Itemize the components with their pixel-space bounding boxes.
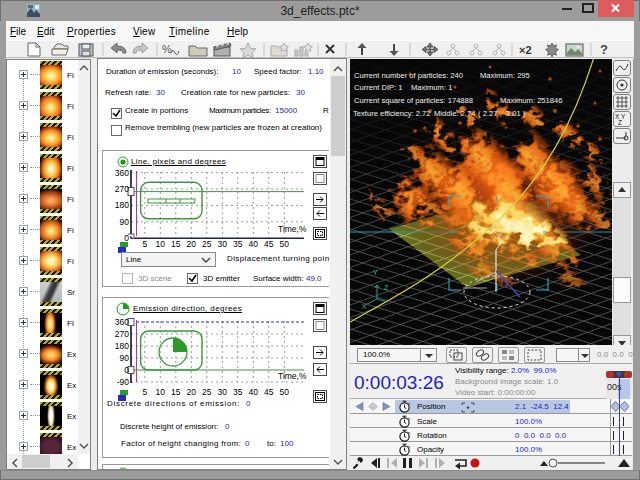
svg-text:25: 25 bbox=[202, 387, 212, 397]
svg-text:90: 90 bbox=[120, 217, 130, 227]
svg-text:30: 30 bbox=[218, 239, 228, 249]
svg-text:45: 45 bbox=[264, 387, 274, 397]
svg-text:10: 10 bbox=[156, 239, 166, 249]
svg-text:0: 0 bbox=[124, 365, 129, 375]
svg-text:40: 40 bbox=[249, 239, 259, 249]
svg-text:20: 20 bbox=[187, 239, 197, 249]
svg-text:Middle: 2.74: Middle: 2.74 bbox=[434, 109, 475, 118]
svg-text:X: X bbox=[362, 303, 367, 310]
svg-text:360: 360 bbox=[115, 317, 129, 327]
svg-text:5: 5 bbox=[142, 387, 147, 397]
svg-text:Time,%: Time,% bbox=[278, 224, 307, 234]
svg-text:( 2.27 , 3.01 ): ( 2.27 , 3.01 ) bbox=[478, 109, 526, 118]
svg-text:25: 25 bbox=[202, 239, 212, 249]
svg-text:50: 50 bbox=[280, 239, 290, 249]
svg-text:20: 20 bbox=[187, 387, 197, 397]
svg-text:%: % bbox=[162, 43, 172, 55]
svg-text:Maximum: 251846: Maximum: 251846 bbox=[500, 96, 562, 105]
svg-text:×2: ×2 bbox=[519, 44, 532, 56]
svg-text:-90: -90 bbox=[117, 377, 130, 387]
svg-text:40: 40 bbox=[249, 387, 259, 397]
svg-text:90: 90 bbox=[120, 353, 130, 363]
svg-text:270: 270 bbox=[115, 329, 129, 339]
svg-text:Current square of particles: 1: Current square of particles: 174888 bbox=[354, 96, 473, 105]
svg-text:Time,%: Time,% bbox=[278, 371, 307, 381]
svg-text:180: 180 bbox=[115, 341, 129, 351]
svg-text:45: 45 bbox=[264, 239, 274, 249]
svg-text:270: 270 bbox=[115, 184, 129, 194]
svg-text:Z: Z bbox=[384, 284, 389, 291]
svg-text:Current number of particles: 2: Current number of particles: 240 bbox=[354, 71, 463, 80]
svg-text:35: 35 bbox=[233, 387, 243, 397]
svg-text:?: ? bbox=[600, 42, 608, 57]
svg-text:180: 180 bbox=[115, 200, 129, 210]
svg-text:15: 15 bbox=[171, 387, 181, 397]
svg-text:35: 35 bbox=[233, 239, 243, 249]
svg-text:Maximum: 1: Maximum: 1 bbox=[411, 83, 452, 92]
svg-text:Texture efficiency: 2.72: Texture efficiency: 2.72 bbox=[353, 109, 431, 118]
svg-text:30: 30 bbox=[218, 387, 228, 397]
svg-text:Maximum: 295: Maximum: 295 bbox=[480, 71, 530, 80]
svg-text:50: 50 bbox=[280, 387, 290, 397]
svg-text:Current DIP: 1: Current DIP: 1 bbox=[354, 83, 403, 92]
svg-text:Z: Z bbox=[618, 119, 622, 126]
svg-text:10: 10 bbox=[156, 387, 166, 397]
svg-text:5: 5 bbox=[142, 239, 147, 249]
svg-text:Y: Y bbox=[373, 269, 378, 276]
svg-text:360: 360 bbox=[115, 168, 129, 178]
svg-text:15: 15 bbox=[171, 239, 181, 249]
